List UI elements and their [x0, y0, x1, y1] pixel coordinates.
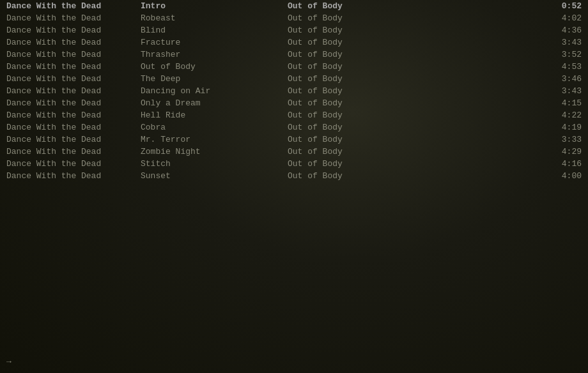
title-cell: Mr. Terror	[134, 135, 281, 144]
duration-cell: 3:43	[543, 38, 582, 47]
table-row[interactable]: Dance With the DeadBlindOut of Body4:36	[0, 24, 588, 36]
album-cell: Out of Body	[281, 110, 543, 120]
title-cell: Cobra	[134, 123, 281, 132]
duration-cell: 4:29	[543, 147, 582, 156]
album-cell: Out of Body	[281, 50, 543, 59]
album-cell: Out of Body	[281, 13, 543, 23]
title-cell: Thrasher	[134, 50, 281, 59]
title-cell: Intro	[134, 1, 281, 11]
duration-cell: 3:43	[543, 86, 582, 96]
table-row[interactable]: Dance With the DeadMr. TerrorOut of Body…	[0, 133, 588, 146]
title-cell: Only a Dream	[134, 98, 281, 108]
title-cell: Sunset	[134, 171, 281, 181]
duration-cell: 4:02	[543, 13, 582, 23]
arrow-indicator: →	[6, 357, 12, 367]
duration-cell: 4:36	[543, 26, 582, 35]
album-cell: Out of Body	[281, 159, 543, 169]
table-row[interactable]: Dance With the DeadDancing on AirOut of …	[0, 85, 588, 97]
duration-cell: 4:22	[543, 110, 582, 120]
table-row[interactable]: Dance With the DeadSunsetOut of Body4:00	[0, 170, 588, 182]
duration-cell: 4:53	[543, 62, 582, 72]
album-cell: Out of Body	[281, 62, 543, 72]
album-cell: Out of Body	[281, 123, 543, 132]
table-row[interactable]: Dance With the DeadIntroOut of Body0:52	[0, 0, 588, 12]
artist-cell: Dance With the Dead	[6, 38, 134, 47]
artist-cell: Dance With the Dead	[6, 13, 134, 23]
artist-cell: Dance With the Dead	[6, 123, 134, 132]
table-row[interactable]: Dance With the DeadThrasherOut of Body3:…	[0, 49, 588, 61]
album-cell: Out of Body	[281, 1, 543, 11]
artist-cell: Dance With the Dead	[6, 147, 134, 156]
title-cell: Fracture	[134, 38, 281, 47]
title-cell: Zombie Night	[134, 147, 281, 156]
table-row[interactable]: Dance With the DeadOut of BodyOut of Bod…	[0, 61, 588, 73]
title-cell: Hell Ride	[134, 110, 281, 120]
artist-cell: Dance With the Dead	[6, 135, 134, 144]
artist-cell: Dance With the Dead	[6, 62, 134, 72]
album-cell: Out of Body	[281, 135, 543, 144]
album-cell: Out of Body	[281, 86, 543, 96]
duration-cell: 4:00	[543, 171, 582, 181]
duration-cell: 3:33	[543, 135, 582, 144]
duration-cell: 3:52	[543, 50, 582, 59]
duration-cell: 4:15	[543, 98, 582, 108]
album-cell: Out of Body	[281, 171, 543, 181]
album-cell: Out of Body	[281, 98, 543, 108]
duration-cell: 4:16	[543, 159, 582, 169]
table-row[interactable]: Dance With the DeadFractureOut of Body3:…	[0, 36, 588, 49]
table-row[interactable]: Dance With the DeadRobeastOut of Body4:0…	[0, 12, 588, 24]
duration-cell: 4:19	[543, 123, 582, 132]
artist-cell: Dance With the Dead	[6, 26, 134, 35]
artist-cell: Dance With the Dead	[6, 74, 134, 84]
title-cell: Stitch	[134, 159, 281, 169]
table-row[interactable]: Dance With the DeadOnly a DreamOut of Bo…	[0, 97, 588, 109]
album-cell: Out of Body	[281, 74, 543, 84]
album-cell: Out of Body	[281, 38, 543, 47]
artist-cell: Dance With the Dead	[6, 98, 134, 108]
table-row[interactable]: Dance With the DeadZombie NightOut of Bo…	[0, 146, 588, 158]
artist-cell: Dance With the Dead	[6, 50, 134, 59]
title-cell: Dancing on Air	[134, 86, 281, 96]
artist-cell: Dance With the Dead	[6, 110, 134, 120]
table-row[interactable]: Dance With the DeadStitchOut of Body4:16	[0, 158, 588, 170]
artist-cell: Dance With the Dead	[6, 86, 134, 96]
table-row[interactable]: Dance With the DeadThe DeepOut of Body3:…	[0, 73, 588, 85]
table-row[interactable]: Dance With the DeadCobraOut of Body4:19	[0, 121, 588, 133]
artist-cell: Dance With the Dead	[6, 171, 134, 181]
title-cell: Out of Body	[134, 62, 281, 72]
title-cell: Robeast	[134, 13, 281, 23]
album-cell: Out of Body	[281, 147, 543, 156]
title-cell: Blind	[134, 26, 281, 35]
title-cell: The Deep	[134, 74, 281, 84]
table-row[interactable]: Dance With the DeadHell RideOut of Body4…	[0, 109, 588, 121]
album-cell: Out of Body	[281, 26, 543, 35]
artist-cell: Dance With the Dead	[6, 159, 134, 169]
duration-cell: 0:52	[543, 1, 582, 11]
duration-cell: 3:46	[543, 74, 582, 84]
track-list: Dance With the DeadIntroOut of Body0:52D…	[0, 0, 588, 182]
artist-cell: Dance With the Dead	[6, 1, 134, 11]
